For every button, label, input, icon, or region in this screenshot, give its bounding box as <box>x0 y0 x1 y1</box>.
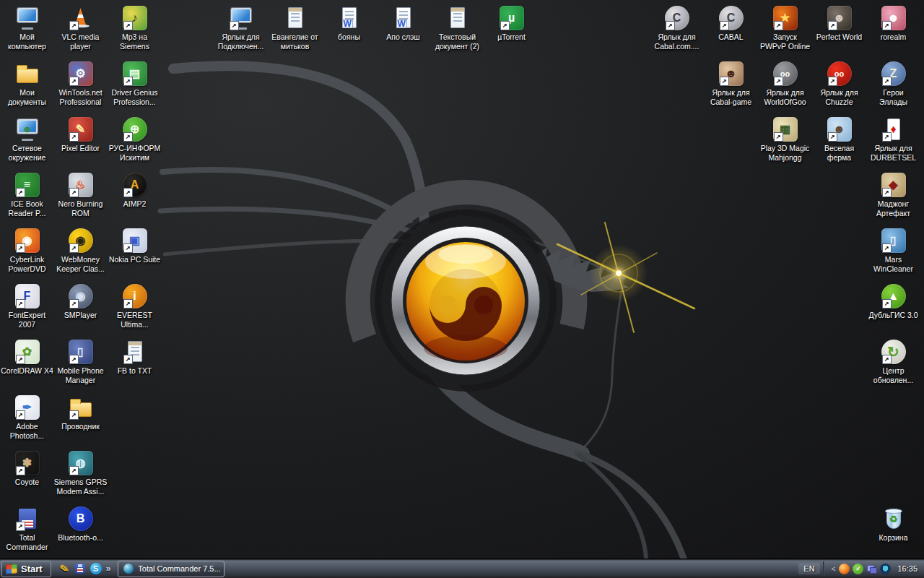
desktop-icon-shortcut-connection[interactable]: Ярлык для Подключен... <box>214 6 268 51</box>
desktop-icon-cabal-game[interactable]: ☻ Ярлык для Cabal-game <box>704 61 758 106</box>
desktop-icon-wintools-net[interactable]: ⚙ WinTools.net Professional <box>53 61 108 106</box>
desktop-icon-magic-mahjongg[interactable]: ▦ Play 3D Magic Mahjongg <box>758 117 812 162</box>
desktop-icon-my-computer[interactable]: Мой компьютер <box>0 6 54 51</box>
desktop-icon-utorrent[interactable]: µ µTorrent <box>484 6 539 42</box>
text-document-2-icon <box>445 6 470 30</box>
shortcut-arrow-icon <box>16 522 25 531</box>
windows-logo-icon <box>6 564 17 574</box>
desktop-icon-label: CyberLink PowerDVD <box>9 255 46 273</box>
desktop-icon-coreldraw-x4[interactable]: ✿ CorelDRAW X4 <box>0 340 54 376</box>
apo-slash-icon: W <box>391 6 416 30</box>
desktop-icon-boyany[interactable]: W бояны <box>322 6 376 42</box>
quicklaunch-brush-icon[interactable]: ✎ <box>57 562 71 576</box>
desktop-icon-cyberlink-powerdvd[interactable]: ◉ CyberLink PowerDVD <box>0 228 54 273</box>
desktop-icon-cabal[interactable]: C CABAL <box>704 6 758 42</box>
desktop-icon-apo-slash[interactable]: W Апо слэш <box>376 6 430 42</box>
tray-network-icon[interactable] <box>866 564 877 574</box>
tray-antivirus-icon[interactable]: ✓ <box>853 564 863 574</box>
boyany-icon: W <box>337 6 362 30</box>
desktop-icon-label: Driver Genius Profession... <box>111 88 157 106</box>
desktop-icon-network-places[interactable]: ⊕ Сетевое окружение <box>0 117 54 162</box>
desktop-icon-provodnik[interactable]: Проводник <box>53 395 108 431</box>
desktop-icon-ice-book-reader[interactable]: ≡ ICE Book Reader P... <box>0 173 54 217</box>
start-label: Start <box>21 564 43 574</box>
desktop-icon-chuzzle[interactable]: oo Ярлык для Chuzzle <box>812 61 866 106</box>
network-places-icon: ⊕ <box>15 117 40 142</box>
desktop-icon-nokia-pc-suite[interactable]: ▣ Nokia PC Suite <box>108 228 162 264</box>
desktop-icon-update-center[interactable]: ↻ Центр обновлен... <box>866 340 920 384</box>
desktop-icon-pwpvp-online[interactable]: ★ Запуск PWPvP Online <box>758 6 812 51</box>
desktop-icon-smplayer[interactable]: ◉ SMPlayer <box>53 284 108 320</box>
start-button[interactable]: Start <box>1 561 51 577</box>
shortcut-arrow-icon <box>828 77 837 86</box>
desktop-icon-worldofgoo[interactable]: oo Ярлык для WorldOfGoo <box>758 61 812 106</box>
desktop-icon-mp3-na-siemens[interactable]: ♪ Mp3 на Siemens <box>108 6 162 51</box>
shortcut-arrow-icon <box>16 243 25 253</box>
desktop-icon-durbetsel[interactable]: ♦ Ярлык для DURBETSEL <box>866 117 920 162</box>
desktop-icon-rorealm[interactable]: ☻ rorealm <box>866 6 920 42</box>
rorealm-icon: ☻ <box>881 6 906 30</box>
desktop-icon-evangelie-ot-mitkov[interactable]: Евангелие от митьков <box>268 6 322 51</box>
shortcut-arrow-icon <box>882 299 892 309</box>
magic-mahjongg-icon: ▦ <box>773 117 798 142</box>
system-tray: < ✓ 16:35 <box>827 564 924 574</box>
desktop-icon-label: Nokia PC Suite <box>109 255 160 264</box>
shortcut-arrow-icon <box>69 77 79 86</box>
desktop-icon-veselaya-ferma[interactable]: ☻ Веселая ферма <box>812 117 866 162</box>
desktop-icon-text-document-2[interactable]: Текстовый документ (2) <box>430 6 484 51</box>
provodnik-icon <box>69 395 93 420</box>
siemens-gprs-modem-icon: ◍ <box>69 451 93 475</box>
tray-camera-icon[interactable] <box>880 564 891 574</box>
desktop-icon-bluetooth[interactable]: B Bluetooth-о... <box>53 506 108 543</box>
desktop-icon-siemens-gprs-modem[interactable]: ◍ Siemens GPRS Modem Assi... <box>53 451 108 496</box>
desktop-icon-mars-wincleaner[interactable]: ▯ Mars WinCleaner <box>866 228 920 273</box>
desktop-icon-my-documents[interactable]: Мои документы <box>0 61 54 106</box>
shortcut-arrow-icon <box>123 132 133 142</box>
desktop-icon-mobile-phone-manager[interactable]: ▯ Mobile Phone Manager <box>53 340 108 384</box>
desktop-icon-everest[interactable]: i EVEREST Ultima... <box>108 284 162 329</box>
desktop-icon-nero-burning-rom[interactable]: ♨ Nero Burning ROM <box>53 173 108 217</box>
desktop-icon-label: Ярлык для Cabal-game <box>710 88 751 106</box>
tray-firefox-icon[interactable] <box>839 564 850 574</box>
quick-launch-overflow-chevron[interactable]: » <box>106 564 111 574</box>
total-commander-task-icon <box>123 564 134 574</box>
desktop-icon-total-commander[interactable]: Total Commander <box>0 506 54 551</box>
desktop-icon-mahjong-artefakt[interactable]: ◆ Маджонг Артефакт <box>866 173 920 217</box>
shortcut-arrow-icon <box>69 410 79 420</box>
task-button-label: Total Commander 7.5... <box>138 564 220 573</box>
desktop-icon-aimp2[interactable]: A AIMP2 <box>108 173 162 209</box>
quick-launch: ✎S <box>58 563 102 574</box>
task-button-total-commander[interactable]: Total Commander 7.5... <box>118 561 225 577</box>
quicklaunch-skype-icon[interactable]: S <box>90 563 102 574</box>
desktop-icon-vlc-media-player[interactable]: VLC media player <box>53 6 108 51</box>
shortcut-arrow-icon <box>16 188 25 197</box>
shortcut-arrow-icon <box>720 77 729 86</box>
desktop-icon-recycle-bin[interactable]: ♻ Корзина <box>866 506 920 543</box>
desktop-icon-label: ICE Book Reader P... <box>9 199 46 217</box>
desktop-icon-cabal-com[interactable]: C Ярлык для Cabal.com.... <box>650 6 704 51</box>
language-indicator[interactable]: EN <box>798 563 819 574</box>
desktop-icon-label: Веселая ферма <box>824 144 854 162</box>
desktop-icon-adobe-photoshop[interactable]: ✒ Adobe Photosh... <box>0 395 54 440</box>
desktop-icon-driver-genius[interactable]: ▤ Driver Genius Profession... <box>108 61 162 106</box>
desktop-icon-perfect-world[interactable]: ☻ Perfect World <box>812 6 866 42</box>
desktop-icon-fb-to-txt[interactable]: FB to TXT <box>108 340 162 376</box>
desktop-icon-label: Ярлык для WorldOfGoo <box>764 88 806 106</box>
shortcut-arrow-icon <box>774 132 783 142</box>
bluetooth-icon: B <box>69 506 93 531</box>
desktop-icon-coyote[interactable]: ✽ Coyote <box>0 451 54 487</box>
desktop-icon-label: Корзина <box>879 533 908 543</box>
desktop-icon-fontexpert-2007[interactable]: F FontExpert 2007 <box>0 284 54 329</box>
desktop-icon-webmoney-keeper[interactable]: ◉ WebMoney Keeper Clas... <box>53 228 108 273</box>
shortcut-arrow-icon <box>69 466 79 475</box>
desktop-icon-geroi-ellady[interactable]: Ζ Герои Эллады <box>866 61 920 106</box>
fb-to-txt-icon <box>123 340 147 364</box>
desktop-icon-rus-inform-iskitim[interactable]: ⊕ РУС-ИНФОРМ Искитим <box>108 117 162 162</box>
shortcut-arrow-icon <box>666 21 675 30</box>
desktop-icon-pixel-editor[interactable]: ✎ Pixel Editor <box>53 117 108 153</box>
quicklaunch-floppy-icon[interactable] <box>75 564 85 574</box>
shortcut-arrow-icon <box>882 188 892 197</box>
desktop-icon-dublgis[interactable]: ▲ ДубльГИС 3.0 <box>866 284 920 320</box>
desktop-icon-label: Центр обновлен... <box>873 366 913 384</box>
tray-collapse-chevron[interactable]: < <box>832 565 836 573</box>
